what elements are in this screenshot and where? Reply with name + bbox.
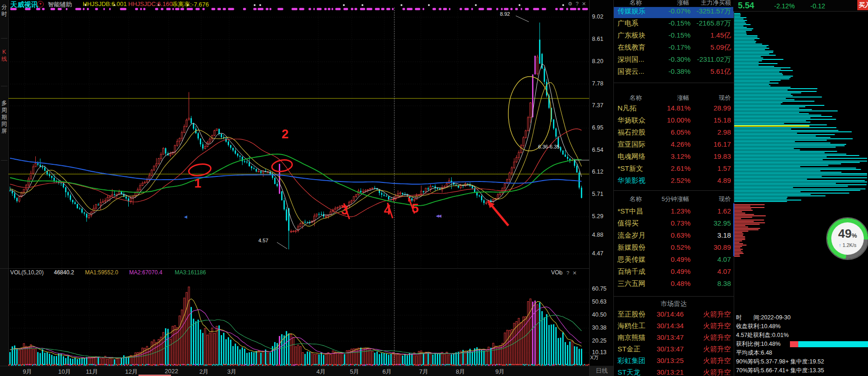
volume-chart[interactable] [8,279,589,366]
month-label: 10月 [55,368,74,376]
volume-header: VOL(5,10,20) 46840.2 MA1:59552.0 MA2:670… [8,269,589,278]
five-min-row[interactable]: 百纳千成0.49%4.07 [614,267,734,279]
chip-info-line: 70%筹码:5.66-7.41+ 集中度:13.35 [736,367,824,375]
price-level-label: 6.36-6.35 [538,144,559,149]
price-axis: 9.028.618.207.787.376.956.546.125.715.29… [589,0,614,376]
sidebar-item-kline[interactable]: K线 [0,49,8,63]
indicator-hhjsjdc: HHJSJDC:6.160 [128,0,172,7]
change-amount: -0.12 [810,2,825,10]
chip-info-line: 获利比例:10.48% [736,340,781,348]
month-label: 2月 [195,368,213,376]
annotation-number: 2 [282,128,289,141]
divider [614,296,734,297]
gainer-row[interactable]: 福石控股6.05%2.98 [614,128,734,139]
sector-row[interactable]: 传媒娱乐-0.07%-3251.57万 [614,7,734,18]
volume-tick: 60.75 [592,285,606,292]
month-label: 8月 [451,368,470,376]
price-tick: 6.54 [592,147,603,153]
vol-value: 46840.2 [54,269,74,276]
marker-triangle-icon[interactable]: ◀◀ [436,214,441,218]
gainer-row[interactable]: N凡拓14.81%28.99 [614,104,734,115]
radar-row[interactable]: 至正股份30/14:46火箭升空 [614,310,734,321]
help-icon[interactable]: ? [566,270,572,276]
volume-tick: 20.25 [592,337,606,344]
gear-icon[interactable]: ⚙ [568,1,576,6]
price-tick: 6.12 [592,169,603,175]
vol-label[interactable]: VOL(5,10,20) [10,269,44,276]
month-label: 7月 [414,368,433,376]
buy-button[interactable]: 买入 [857,0,868,10]
marker-triangle-icon[interactable]: ◀ [184,214,186,219]
month-label: 3月 [223,368,241,376]
month-label: 5月 [345,368,364,376]
minimap-strip [8,364,589,366]
volume-unit: X万 [590,354,598,361]
gainer-row[interactable]: 华扬联众10.00%15.18 [614,116,734,127]
kline-pane-icons: ⚙?✕ [568,1,589,7]
price-tick: 7.37 [592,102,603,109]
five-min-row[interactable]: *ST中昌1.23%1.62 [614,207,734,218]
help-icon[interactable]: ? [576,1,582,6]
dropdown-icon[interactable]: ▼ [37,1,44,7]
gauge-sign: % [852,232,857,239]
five-min-row[interactable]: 三六五网0.48%8.38 [614,279,734,291]
gauge-percent: 49 [838,227,852,240]
month-label: 12月 [122,368,141,376]
chip-info-line: 平均成本:6.48 [736,349,772,357]
chip-info-line: 4.57处获利盘:0.01% [736,331,789,339]
gear-icon[interactable]: ⚙ [559,270,566,276]
price-tick: 5.71 [592,191,603,197]
sector-row[interactable]: 广东板块-0.15%1.45亿 [614,31,734,42]
gauge-speed: 1.2K/s [842,242,856,248]
sector-row[interactable]: 广电系-0.15%-2165.87万 [614,19,734,30]
price-tick: 6.95 [592,124,603,131]
gainer-row[interactable]: 宣亚国际4.26%16.17 [614,140,734,151]
five-min-row[interactable]: 流金岁月0.63%3.18 [614,231,734,242]
month-label: 9月 [18,368,37,376]
radar-row[interactable]: 海鸥住工30/14:34火箭升空 [614,322,734,333]
smart-assist-label[interactable]: 智能辅助 [48,0,72,9]
radar-row[interactable]: 彩虹集团30/13:25火箭升空 [614,357,734,368]
high-price-label: 8.92 [500,11,510,17]
price-tick: 8.61 [592,36,603,42]
gainer-row[interactable]: 华策影视2.52%4.89 [614,176,734,188]
chip-info-line: 收盘获利:10.48% [736,323,781,331]
sector-row[interactable]: 深圳国...-0.30%-2311.02万 [614,55,734,66]
right-panels: 名称涨幅主力净买额传媒娱乐-0.07%-3251.57万广电系-0.15%-21… [613,0,734,376]
price-tick: 4.47 [592,250,603,257]
gainer-row[interactable]: 电魂网络3.12%19.83 [614,152,734,163]
chip-info-line: 时 间:2022-09-30 [736,314,790,322]
indicator-bias: 乖离率:-7.676 [172,0,209,9]
vol-ma1: MA1:59552.0 [85,269,118,276]
close-icon[interactable]: ✕ [572,270,580,276]
radar-title: 市场雷达 [614,300,734,308]
annotation-number: 4 [384,204,391,217]
volume-tick: 30.38 [592,324,606,331]
annotation-number: 1 [194,177,201,190]
trading-terminal: 分时 K线 多周期同屏 天威视讯 ▼ 智能辅助 HHJSJDB:6.001 HH… [0,0,868,376]
month-label: 11月 [83,368,101,376]
month-label: 2022 [162,368,181,375]
stock-title[interactable]: 天威视讯 [10,0,38,9]
radar-row[interactable]: ST金正30/13:47火箭升空 [614,345,734,356]
radar-row[interactable]: ST天龙30/13:21火箭升空 [614,368,734,376]
sidebar-item-fenshi[interactable]: 分时 [0,4,8,18]
kline-chart[interactable] [8,0,589,268]
five-min-row[interactable]: 思美传媒0.49%4.07 [614,255,734,266]
month-label: 4月 [312,368,330,376]
month-label: 6月 [378,368,396,376]
period-label[interactable]: 日线 [589,366,614,376]
divider [614,190,734,191]
five-min-row[interactable]: 值得买0.73%32.95 [614,219,734,230]
panel-header: 名称5分钟涨幅现价 [614,195,734,202]
radar-row[interactable]: 南京熊猫30/13:47火箭升空 [614,333,734,344]
sector-row[interactable]: 国资云...-0.38%5.61亿 [614,67,734,78]
price-tick: 4.88 [592,232,603,238]
sector-row[interactable]: 在线教育-0.17%5.09亿 [614,43,734,54]
sidebar-item-multi-period[interactable]: 多周期同屏 [0,100,8,135]
vol-ma2: MA2:67070.4 [129,269,162,276]
gainer-row[interactable]: *ST新文2.61%1.57 [614,164,734,175]
five-min-row[interactable]: 新媒股份0.52%30.89 [614,243,734,254]
close-icon[interactable]: ✕ [582,1,589,6]
chip-distribution [733,12,868,311]
